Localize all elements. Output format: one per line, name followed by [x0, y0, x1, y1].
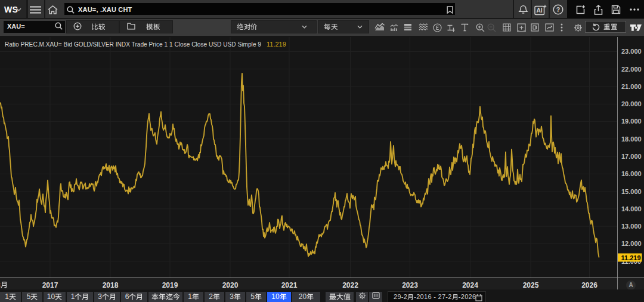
svg-text:Ratio PREC.M.XAU= Bid GOLD/SIL: Ratio PREC.M.XAU= Bid GOLD/SILVER INDX T… — [5, 41, 261, 48]
svg-text:16.000: 16.000 — [621, 170, 642, 177]
svg-text:2018: 2018 — [103, 281, 119, 289]
svg-text:?: ? — [556, 6, 560, 13]
svg-text:2024: 2024 — [462, 281, 478, 289]
svg-text:19.000: 19.000 — [621, 118, 642, 125]
svg-text:12.000: 12.000 — [621, 240, 642, 247]
svg-text:2020: 2020 — [222, 281, 239, 289]
svg-text:2022: 2022 — [342, 281, 358, 289]
svg-text:11.219: 11.219 — [621, 254, 641, 261]
svg-text:22.000: 22.000 — [621, 66, 642, 73]
svg-text:2017: 2017 — [42, 281, 58, 289]
svg-text:2025: 2025 — [523, 281, 539, 289]
svg-text:14.000: 14.000 — [621, 205, 642, 212]
svg-text:23.000: 23.000 — [621, 48, 642, 55]
svg-text:2019: 2019 — [162, 281, 178, 289]
svg-text:15.000: 15.000 — [621, 188, 642, 195]
svg-text:20.000: 20.000 — [621, 100, 642, 107]
svg-text:11.219: 11.219 — [267, 41, 286, 48]
svg-text:21.000: 21.000 — [621, 83, 642, 90]
svg-text:13.000: 13.000 — [621, 223, 642, 230]
svg-text:2026: 2026 — [581, 281, 597, 289]
svg-text:AI: AI — [537, 7, 543, 14]
svg-text:2021: 2021 — [281, 281, 298, 289]
svg-text:2023: 2023 — [402, 281, 418, 289]
svg-text:17.000: 17.000 — [621, 153, 642, 160]
svg-text:18.000: 18.000 — [621, 135, 642, 143]
